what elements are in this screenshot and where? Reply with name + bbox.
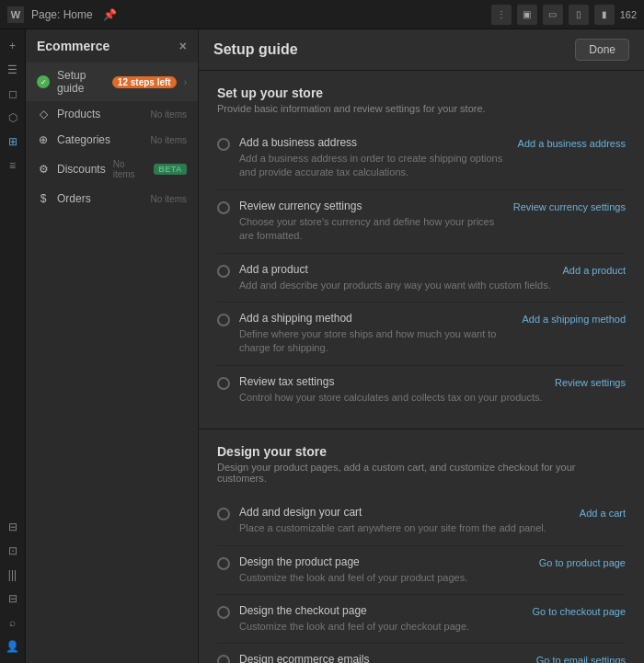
task-currency-settings: Review currency settings Choose your sto… — [217, 190, 626, 254]
task-product-page: Design the product page Customize the lo… — [217, 546, 626, 595]
layers-icon[interactable]: ☰ — [4, 61, 22, 79]
task-link-product[interactable]: Add a product — [563, 263, 627, 276]
task-radio[interactable] — [217, 606, 230, 619]
media-icon[interactable]: ⊟ — [4, 518, 22, 536]
beta-badge: BETA — [154, 164, 187, 175]
task-design-cart: Add and design your cart Place a customi… — [217, 497, 626, 545]
sidebar-header: Ecommerce × — [26, 29, 198, 63]
task-radio[interactable] — [217, 557, 230, 570]
desktop-view-icon[interactable]: ▣ — [517, 5, 537, 25]
task-link-checkout[interactable]: Go to checkout page — [532, 604, 626, 617]
task-desc: Place a customizable cart anywhere on yo… — [239, 521, 570, 535]
task-name: Add a shipping method — [239, 312, 512, 325]
task-name: Add and design your cart — [239, 506, 570, 519]
products-icon: ◇ — [37, 108, 50, 120]
task-radio[interactable] — [217, 201, 230, 214]
check-icon: ✓ — [37, 75, 50, 88]
content-title: Setup guide — [213, 41, 298, 58]
zoom-level: 162 — [620, 9, 637, 20]
task-name: Add a business address — [239, 136, 509, 149]
discounts-icon: ⚙ — [37, 163, 50, 176]
chevron-right-icon: › — [184, 77, 187, 87]
task-radio[interactable] — [217, 508, 230, 520]
account-icon[interactable]: 👤 — [4, 637, 22, 656]
grid-icon[interactable]: ⊡ — [4, 542, 22, 560]
mobile-view-icon[interactable]: ▯ — [569, 5, 589, 25]
section-title: Set up your store — [217, 86, 626, 100]
sidebar-item-orders[interactable]: $ Orders No items — [26, 186, 198, 211]
task-radio[interactable] — [217, 655, 230, 663]
tools-icon[interactable]: ⊟ — [4, 589, 22, 608]
cms-icon[interactable]: ⬡ — [4, 109, 22, 127]
task-business-address: Add a business address Add a business ad… — [217, 127, 626, 190]
orders-icon: $ — [37, 192, 50, 205]
task-desc: Customize the look and feel of your prod… — [239, 571, 530, 585]
sidebar-item-label: Discounts — [57, 163, 106, 176]
task-name: Design ecommerce emails — [239, 653, 527, 663]
task-link-tax[interactable]: Review settings — [555, 375, 626, 388]
pages-icon[interactable]: ◻ — [4, 85, 22, 103]
phone-view-icon[interactable]: ▮ — [594, 5, 615, 25]
task-link-email[interactable]: Go to email settings — [536, 653, 626, 663]
top-bar-actions: ⋮ ▣ ▭ ▯ ▮ 162 — [491, 5, 637, 25]
task-desc: Choose your store's currency and define … — [239, 215, 504, 244]
app-logo: W — [7, 6, 24, 23]
sidebar-item-setup-guide[interactable]: ✓ Setup guide 12 steps left › — [26, 63, 198, 101]
categories-icon: ⊕ — [37, 133, 50, 146]
top-bar: W Page: Home 📌 ⋮ ▣ ▭ ▯ ▮ 162 — [0, 0, 644, 29]
task-link-currency[interactable]: Review currency settings — [513, 200, 626, 212]
page-label: Page: Home — [31, 8, 93, 21]
sidebar-item-meta: No items — [151, 194, 187, 204]
chart-icon[interactable]: ||| — [4, 566, 22, 584]
sidebar-item-categories[interactable]: ⊕ Categories No items — [26, 127, 198, 153]
task-name: Review currency settings — [239, 200, 504, 212]
task-radio[interactable] — [217, 138, 230, 151]
store-icon[interactable]: ⊞ — [4, 132, 22, 151]
task-add-product: Add a product Add and describe your prod… — [217, 254, 626, 303]
section-subtitle: Design your product pages, add a custom … — [217, 462, 626, 484]
task-radio[interactable] — [217, 265, 230, 278]
task-link-business-address[interactable]: Add a business address — [518, 136, 626, 149]
steps-badge: 12 steps left — [112, 76, 177, 88]
task-email-design: Design ecommerce emails Customize the de… — [217, 644, 626, 663]
task-checkout-page: Design the checkout page Customize the l… — [217, 595, 626, 644]
sidebar-item-label: Products — [57, 108, 144, 120]
done-button[interactable]: Done — [575, 39, 629, 61]
task-link-product-page[interactable]: Go to product page — [539, 555, 626, 568]
search-icon[interactable]: ⌕ — [4, 613, 22, 632]
sidebar-close-button[interactable]: × — [179, 39, 187, 53]
task-name: Add a product — [239, 263, 554, 276]
sidebar-item-meta: No items — [151, 135, 187, 145]
task-tax-settings: Review tax settings Control how your sto… — [217, 366, 626, 414]
section-subtitle: Provide basic information and review set… — [217, 103, 626, 114]
sidebar-item-meta: No items — [113, 159, 146, 179]
sidebar-item-meta: No items — [151, 109, 187, 120]
task-desc: Add and describe your products any way y… — [239, 279, 554, 292]
task-desc: Define where your store ships and how mu… — [239, 327, 512, 356]
task-name: Design the checkout page — [239, 604, 523, 617]
blog-icon[interactable]: ≡ — [4, 156, 22, 175]
sidebar-item-discounts[interactable]: ⚙ Discounts No items BETA — [26, 153, 198, 186]
task-name: Design the product page — [239, 555, 530, 568]
task-name: Review tax settings — [239, 375, 546, 388]
task-radio[interactable] — [217, 314, 230, 326]
task-desc: Customize the look and feel of your chec… — [239, 620, 523, 634]
sidebar-title: Ecommerce — [37, 39, 109, 53]
sidebar-item-label: Categories — [57, 133, 144, 146]
section-title: Design your store — [217, 444, 626, 459]
content-area: Setup guide Done Set up your store Provi… — [199, 29, 644, 663]
sidebar: Ecommerce × ✓ Setup guide 12 steps left … — [26, 29, 199, 663]
tablet-view-icon[interactable]: ▭ — [543, 5, 563, 25]
task-link-shipping[interactable]: Add a shipping method — [522, 312, 626, 325]
section-setup-store: Set up your store Provide basic informat… — [199, 71, 644, 429]
task-desc: Add a business address in order to creat… — [239, 152, 509, 180]
add-icon[interactable]: + — [4, 37, 22, 55]
section-design-store: Design your store Design your product pa… — [199, 429, 644, 663]
task-radio[interactable] — [217, 377, 230, 390]
sidebar-item-products[interactable]: ◇ Products No items — [26, 101, 198, 127]
task-link-cart[interactable]: Add a cart — [580, 506, 626, 519]
more-options-icon[interactable]: ⋮ — [491, 5, 512, 25]
task-shipping-method: Add a shipping method Define where your … — [217, 303, 626, 366]
sidebar-item-label: Orders — [57, 192, 144, 205]
home-pin-icon[interactable]: 📌 — [100, 5, 121, 25]
